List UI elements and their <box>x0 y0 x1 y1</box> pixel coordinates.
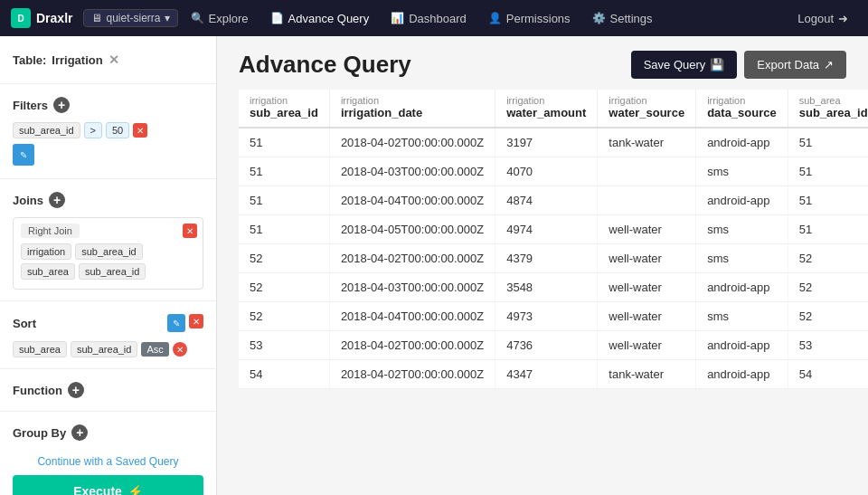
logout-label: Logout <box>797 12 834 25</box>
export-icon: ↗ <box>824 58 834 71</box>
table-row: 522018-04-02T00:00:00.000Z4379well-water… <box>239 244 868 273</box>
remove-filter-button[interactable]: ✕ <box>133 123 147 138</box>
nav-advance-query[interactable]: 📄 Advance Query <box>261 8 379 29</box>
save-query-label: Save Query <box>644 58 706 71</box>
table-row: 512018-04-04T00:00:00.000Z4874android-ap… <box>239 186 868 215</box>
execute-button[interactable]: Execute ⚡ <box>13 475 203 495</box>
table-cell: 3197 <box>495 128 598 157</box>
table-column-header: irrigationdata_source <box>696 90 788 128</box>
join-left-2: sub_area <box>21 263 75 280</box>
table-cell: 51 <box>788 128 868 157</box>
logout-icon: ➜ <box>838 12 848 25</box>
sort-table: sub_area <box>13 341 67 357</box>
table-header-row: irrigationsub_area_idirrigationirrigatio… <box>239 90 868 128</box>
table-cell: sms <box>696 244 788 273</box>
table-cell: android-app <box>696 331 788 360</box>
remove-sort-tag-button[interactable]: ✕ <box>173 342 187 357</box>
table-cell: 54 <box>788 360 868 389</box>
table-cell: 52 <box>239 273 329 302</box>
navbar: D Draxlr 🖥 quiet-sierra ▾ 🔍 Explore 📄 Ad… <box>0 0 868 36</box>
table-cell: well-water <box>598 331 696 360</box>
table-cell: android-app <box>696 186 788 215</box>
sort-row: sub_area sub_area_id Asc ✕ <box>0 338 216 361</box>
add-join-button[interactable]: + <box>49 192 65 208</box>
page-title: Advance Query <box>239 51 411 79</box>
table-cell: 4347 <box>495 360 598 389</box>
sort-field: sub_area_id <box>71 341 138 357</box>
save-query-button[interactable]: Save Query 💾 <box>631 51 738 79</box>
advance-query-icon: 📄 <box>270 12 284 24</box>
filters-section-header: Filters + <box>0 91 216 119</box>
join-pair-2: sub_area sub_area_id <box>21 263 195 280</box>
chevron-down-icon: ▾ <box>165 12 170 24</box>
nav-permissions[interactable]: 👤 Permissions <box>479 8 580 29</box>
remove-join-button[interactable]: ✕ <box>183 224 197 238</box>
table-label: Table: <box>13 53 46 67</box>
join-left-1: irrigation <box>21 243 71 260</box>
filter-operator: > <box>84 122 102 138</box>
table-cell: 2018-04-03T00:00:00.000Z <box>329 157 495 186</box>
join-type: Right Join <box>21 224 80 238</box>
joins-section-header: Joins + <box>0 186 216 214</box>
logout-button[interactable]: Logout ➜ <box>788 8 857 29</box>
table-cell: 4379 <box>495 244 598 273</box>
brand[interactable]: D Draxlr <box>11 8 72 28</box>
sort-direction: Asc <box>141 342 168 357</box>
add-filter-button[interactable]: + <box>53 97 70 113</box>
export-data-button[interactable]: Export Data ↗ <box>744 51 846 79</box>
remove-sort-button[interactable]: ✕ <box>189 314 203 328</box>
table-cell: android-app <box>696 273 788 302</box>
nav-dashboard[interactable]: 📊 Dashboard <box>382 8 476 29</box>
table-column-header: irrigationirrigation_date <box>329 90 495 128</box>
brand-icon: D <box>11 8 31 28</box>
nav-explore-label: Explore <box>209 12 249 25</box>
table-cell: 52 <box>239 244 329 273</box>
table-cell: 52 <box>788 273 868 302</box>
table-cell: 4874 <box>495 186 598 215</box>
table-cell: 2018-04-04T00:00:00.000Z <box>329 186 495 215</box>
sidebar-footer: Continue with a Saved Query Execute ⚡ <box>0 446 216 495</box>
execute-label: Execute <box>73 484 122 495</box>
edit-filter-button[interactable]: ✎ <box>13 144 34 166</box>
table-cell: 51 <box>239 186 329 215</box>
close-table-icon[interactable]: ✕ <box>108 52 119 67</box>
main-actions: Save Query 💾 Export Data ↗ <box>631 51 846 79</box>
dashboard-icon: 📊 <box>391 12 404 24</box>
table-row: 532018-04-02T00:00:00.000Z4736well-water… <box>239 331 868 360</box>
function-label: Function <box>13 384 62 397</box>
table-cell: sms <box>696 157 788 186</box>
nav-settings[interactable]: ⚙️ Settings <box>583 8 662 29</box>
filter-value: 50 <box>106 122 129 138</box>
instance-icon: 🖥 <box>91 12 102 24</box>
instance-selector[interactable]: 🖥 quiet-sierra ▾ <box>83 9 177 27</box>
main-header: Advance Query Save Query 💾 Export Data ↗ <box>217 36 868 90</box>
table-cell: 2018-04-04T00:00:00.000Z <box>329 302 495 331</box>
settings-icon: ⚙️ <box>592 12 606 24</box>
table-cell: well-water <box>598 302 696 331</box>
filter-row: sub_area_id > 50 ✕ <box>0 119 216 142</box>
join-pair-1: irrigation sub_area_id <box>21 243 195 260</box>
table-cell: sms <box>696 302 788 331</box>
table-cell: 51 <box>788 157 868 186</box>
saved-query-link[interactable]: Continue with a Saved Query <box>13 455 203 468</box>
table-cell: 2018-04-02T00:00:00.000Z <box>329 244 495 273</box>
table-cell: 53 <box>239 331 329 360</box>
sort-label: Sort <box>13 317 36 330</box>
add-group-by-button[interactable]: + <box>71 424 88 441</box>
join-right-1: sub_area_id <box>75 243 143 260</box>
table-name: Irrigation <box>52 53 102 67</box>
table-cell <box>598 157 696 186</box>
save-icon: 💾 <box>710 58 724 71</box>
table-cell: 52 <box>788 244 868 273</box>
nav-advance-query-label: Advance Query <box>288 12 370 25</box>
nav-settings-label: Settings <box>610 12 653 25</box>
table-cell: 52 <box>788 302 868 331</box>
permissions-icon: 👤 <box>488 12 502 24</box>
edit-sort-button[interactable]: ✎ <box>167 314 185 332</box>
nav-explore[interactable]: 🔍 Explore <box>182 8 258 29</box>
table-row: 542018-04-02T00:00:00.000Z4347tank-water… <box>239 360 868 389</box>
sidebar: Table: Irrigation ✕ Filters + sub_area_i… <box>0 36 217 495</box>
table-cell: 51 <box>239 157 329 186</box>
add-function-button[interactable]: + <box>68 382 84 398</box>
filters-label: Filters <box>13 99 48 112</box>
